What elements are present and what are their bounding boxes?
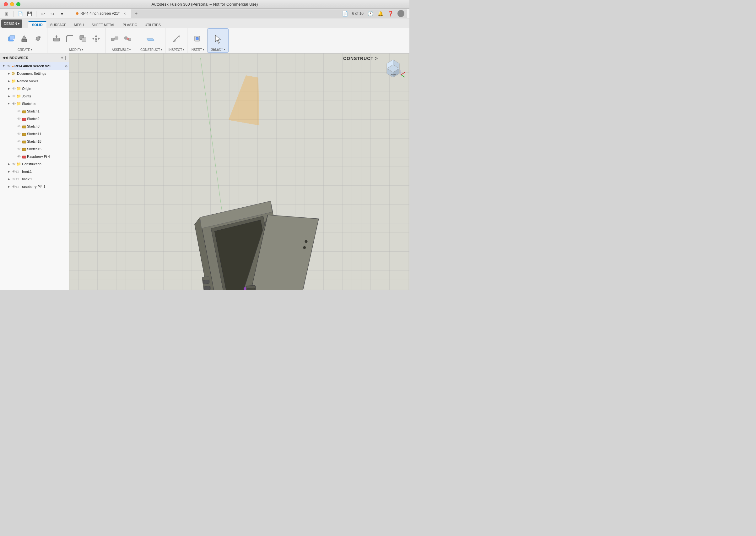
- tree-item-sketches[interactable]: ▼ 👁 📁 Sketches: [0, 100, 69, 108]
- sketch-icon-1: [22, 109, 27, 114]
- new-component-button[interactable]: [6, 31, 17, 46]
- browser-add-icon[interactable]: +: [61, 55, 63, 60]
- construct-viewport-label: CONSTRUCT >: [343, 56, 378, 61]
- undo-list-icon[interactable]: ▾: [58, 10, 66, 18]
- viewport[interactable]: RIGHT CONSTRUCT >: [69, 53, 409, 290]
- visibility-icon-root[interactable]: 👁: [6, 64, 11, 68]
- tree-item-sketch11[interactable]: ▶ 👁 Sketch11: [0, 130, 69, 138]
- apps-icon[interactable]: ⊞: [3, 10, 11, 18]
- close-button[interactable]: [4, 2, 8, 6]
- tree-arrow-front1[interactable]: ▶: [6, 170, 11, 173]
- tree-item-construction[interactable]: ▶ 👁 📁 Construction: [0, 160, 69, 168]
- construct-group-label[interactable]: CONSTRUCT ▾: [140, 48, 162, 51]
- visibility-icon-back1[interactable]: 👁: [11, 177, 16, 181]
- as-built-joint-button[interactable]: [122, 31, 134, 46]
- visibility-icon-origin[interactable]: 👁: [11, 87, 16, 90]
- maximize-button[interactable]: [16, 2, 20, 6]
- tree-arrow-sketches[interactable]: ▼: [6, 102, 11, 105]
- tree-item-sketch15[interactable]: ▶ 👁 Sketch15: [0, 145, 69, 153]
- offset-plane-button[interactable]: [145, 31, 157, 46]
- visibility-icon-sketch2[interactable]: 👁: [16, 117, 21, 121]
- insert-group-label[interactable]: INSERT ▾: [191, 48, 204, 51]
- separator: [36, 11, 36, 17]
- tab-sheet-metal[interactable]: SHEET METAL: [88, 22, 119, 28]
- revolve-button[interactable]: [32, 31, 44, 46]
- browser-resize-icon[interactable]: |: [65, 55, 66, 60]
- new-file-icon[interactable]: 📄: [16, 10, 24, 18]
- clock-icon[interactable]: 🕐: [367, 11, 374, 17]
- tree-item-doc-settings[interactable]: ▶ ⚙ Document Settings: [0, 70, 69, 77]
- tree-item-joints[interactable]: ▶ 👁 📁 Joints: [0, 92, 69, 100]
- minimize-button[interactable]: [10, 2, 14, 6]
- tree-arrow-construction[interactable]: ▶: [6, 162, 11, 166]
- tree-item-sketch2[interactable]: ▶ 👁 Sketch2: [0, 115, 69, 122]
- select-group-label[interactable]: SELECT ▾: [211, 48, 225, 51]
- assemble-group-label[interactable]: ASSEMBLE ▾: [112, 48, 131, 51]
- combine-button[interactable]: [77, 31, 89, 46]
- redo-icon[interactable]: ↪: [48, 10, 56, 18]
- joint-button[interactable]: [109, 31, 121, 46]
- tree-arrow-joints[interactable]: ▶: [6, 95, 11, 98]
- tab-close-icon[interactable]: ✕: [123, 12, 126, 16]
- help-icon[interactable]: ❓: [388, 11, 394, 17]
- save-icon[interactable]: 💾: [25, 10, 34, 18]
- tree-arrow-named-views[interactable]: ▶: [6, 80, 11, 83]
- tree-arrow-rpi41[interactable]: ▶: [6, 185, 11, 188]
- new-tab-button[interactable]: +: [131, 10, 141, 18]
- tab-plastic[interactable]: PLASTIC: [119, 22, 141, 28]
- tree-item-sketch18[interactable]: ▶ 👁 Sketch18: [0, 138, 69, 145]
- tab-solid[interactable]: SOLID: [28, 21, 47, 28]
- design-mode-button[interactable]: DESIGN ▾: [1, 19, 22, 28]
- tree-item-back1[interactable]: ▶ 👁 □ back:1: [0, 175, 69, 183]
- visibility-icon-rpi4[interactable]: 👁: [16, 154, 21, 158]
- tree-arrow-origin[interactable]: ▶: [6, 87, 11, 90]
- tree-item-origin[interactable]: ▶ 👁 📁 Origin: [0, 85, 69, 92]
- tree-item-rpi4[interactable]: ▶ 👁 Raspberry Pi 4: [0, 153, 69, 160]
- move-button[interactable]: [90, 31, 102, 46]
- undo-icon[interactable]: ↩: [39, 10, 47, 18]
- insert-derive-button[interactable]: [191, 31, 203, 46]
- fillet-button[interactable]: [64, 31, 76, 46]
- visibility-icon-sketch8[interactable]: 👁: [16, 124, 21, 128]
- sketch-icon-11: [22, 131, 27, 136]
- tree-item-named-views[interactable]: ▶ 📁 Named Views: [0, 77, 69, 85]
- visibility-icon-construction[interactable]: 👁: [11, 162, 16, 166]
- visibility-icon-front1[interactable]: 👁: [11, 170, 16, 173]
- tab-surface[interactable]: SURFACE: [47, 22, 70, 28]
- tree-arrow-root[interactable]: ▼: [1, 64, 6, 68]
- notification-icon[interactable]: 🔔: [377, 11, 384, 17]
- visibility-icon-sketch1[interactable]: 👁: [16, 109, 21, 113]
- visibility-icon-joints[interactable]: 👁: [11, 94, 16, 98]
- inspect-group-label[interactable]: INSPECT ▾: [169, 48, 184, 51]
- browser-collapse-icon[interactable]: ◀◀: [3, 56, 8, 59]
- user-avatar[interactable]: [397, 10, 404, 17]
- visibility-icon-rpi41[interactable]: 👁: [11, 185, 16, 188]
- active-tab[interactable]: RPi4 4inch screen v21* ✕: [71, 10, 131, 18]
- visibility-icon-sketch11[interactable]: 👁: [16, 132, 21, 136]
- tree-item-root[interactable]: ▼ 👁 ● RPi4 4inch screen v21 ⊙: [0, 62, 69, 70]
- tree-arrow-back1[interactable]: ▶: [6, 178, 11, 181]
- select-button[interactable]: [212, 32, 224, 46]
- tab-utilities[interactable]: UTILITIES: [141, 22, 165, 28]
- visibility-icon-sketch15[interactable]: 👁: [16, 147, 21, 151]
- create-group-label[interactable]: CREATE ▾: [17, 48, 32, 51]
- modify-group-label[interactable]: MODIFY ▾: [69, 48, 83, 51]
- tree-item-rpi41[interactable]: ▶ 👁 □ raspberry Pi4:1: [0, 183, 69, 190]
- measure-button[interactable]: [170, 31, 182, 46]
- tree-arrow-doc[interactable]: ▶: [6, 72, 11, 75]
- visibility-icon-sketch18[interactable]: 👁: [16, 140, 21, 143]
- extrude-button[interactable]: [19, 31, 31, 46]
- svg-rect-31: [196, 37, 199, 40]
- tab-page-icon: 📄: [342, 11, 348, 17]
- press-pull-button[interactable]: [50, 31, 62, 46]
- tab-mesh[interactable]: MESH: [70, 22, 88, 28]
- visibility-icon-sketches[interactable]: 👁: [11, 102, 16, 106]
- view-cube[interactable]: RIGHT: [381, 56, 406, 81]
- tree-item-front1[interactable]: ▶ 👁 □ front:1: [0, 168, 69, 175]
- ribbon-group-modify: MODIFY ▾: [47, 28, 106, 53]
- tree-item-sketch1[interactable]: ▶ 👁 Sketch1: [0, 108, 69, 115]
- svg-rect-40: [22, 148, 26, 151]
- tree-item-sketch8[interactable]: ▶ 👁 Sketch8: [0, 122, 69, 130]
- svg-rect-38: [22, 133, 26, 136]
- tree-label-named-views: Named Views: [17, 79, 68, 83]
